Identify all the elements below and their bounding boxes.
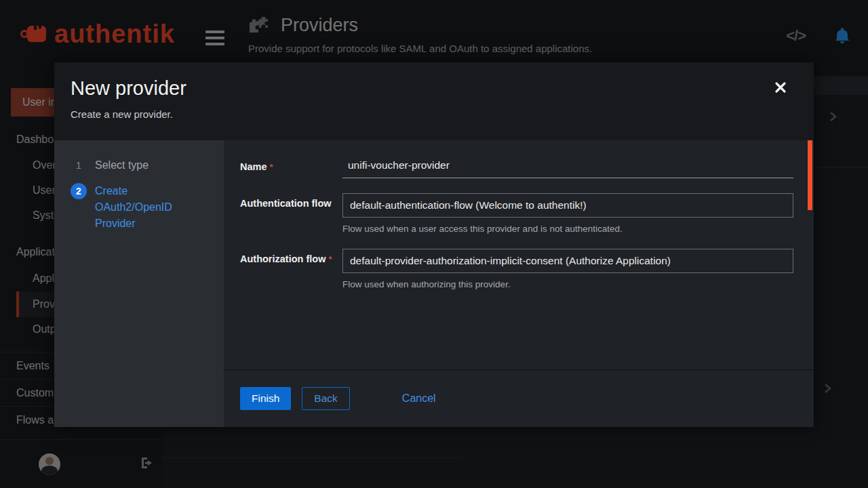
wizard-steps-nav: 1 Select type 2 Create OAuth2/OpenID Pro… — [54, 140, 224, 427]
modal-header: New provider Create a new provider. — [54, 62, 814, 140]
wizard-step-select-type[interactable]: 1 Select type — [71, 157, 176, 174]
modal-footer: Finish Back Cancel — [224, 369, 814, 427]
form-row-name: Name* — [240, 157, 793, 178]
required-asterisk: * — [328, 254, 332, 264]
authorization-flow-label: Authorization flow* — [240, 249, 342, 289]
close-icon[interactable] — [774, 81, 787, 94]
form-row-authorization-flow: Authorization flow* Flow used when autho… — [240, 249, 793, 289]
new-provider-modal: New provider Create a new provider. 1 Se… — [54, 62, 814, 427]
cancel-button[interactable]: Cancel — [391, 387, 448, 410]
wizard-step-create-provider[interactable]: 2 Create OAuth2/OpenID Provider — [71, 183, 176, 232]
step-label: Create OAuth2/OpenID Provider — [95, 183, 176, 232]
scrollbar-thumb[interactable] — [808, 140, 812, 210]
screen: authentik Providers Provide support for … — [0, 0, 868, 488]
step-label: Select type — [95, 157, 176, 174]
authorization-flow-help: Flow used when authorizing this provider… — [342, 279, 793, 289]
step-number: 2 — [71, 183, 87, 199]
modal-title: New provider — [71, 77, 186, 100]
form-row-authentication-flow: Authentication flow Flow used when a use… — [240, 193, 793, 234]
finish-button[interactable]: Finish — [240, 387, 291, 410]
authorization-flow-select[interactable] — [342, 249, 793, 273]
step-number: 1 — [71, 157, 87, 174]
authentication-flow-label: Authentication flow — [240, 193, 342, 234]
authentication-flow-help: Flow used when a user access this provid… — [342, 224, 793, 234]
back-button[interactable]: Back — [302, 387, 349, 410]
name-input[interactable] — [342, 157, 793, 178]
required-asterisk: * — [270, 162, 273, 172]
wizard-form-body: Name* Authentication flow Flow used when… — [224, 140, 814, 369]
name-label: Name* — [240, 157, 342, 178]
authentication-flow-select[interactable] — [342, 193, 793, 218]
modal-description: Create a new provider. — [71, 108, 173, 120]
